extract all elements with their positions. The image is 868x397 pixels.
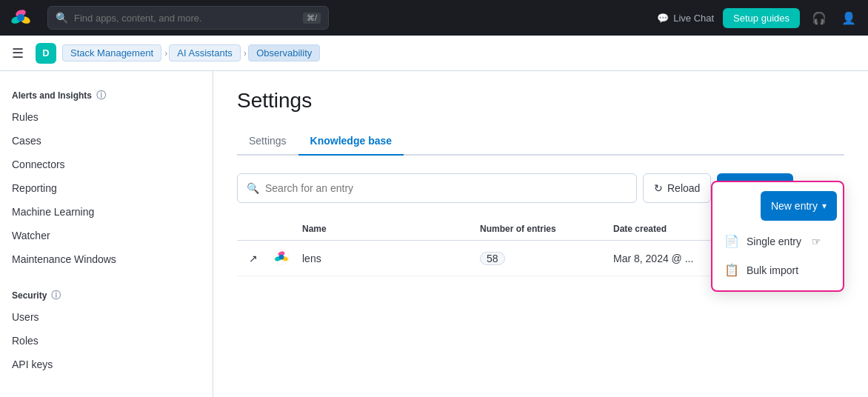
settings-tabs: Settings Knowledge base bbox=[237, 127, 844, 156]
sidebar-item-watcher[interactable]: Watcher bbox=[0, 224, 213, 247]
search-entry-input[interactable] bbox=[265, 182, 627, 194]
svg-point-4 bbox=[17, 14, 24, 21]
row-logo-cell bbox=[267, 248, 296, 268]
sidebar-item-connectors[interactable]: Connectors bbox=[0, 153, 213, 176]
sidebar-item-rules[interactable]: Rules bbox=[0, 105, 213, 129]
sidebar-item-roles[interactable]: Roles bbox=[0, 329, 213, 353]
setup-guides-button[interactable]: Setup guides bbox=[723, 8, 800, 28]
col-icon bbox=[267, 224, 296, 234]
col-entries[interactable]: Number of entries bbox=[474, 224, 607, 234]
hamburger-button[interactable]: ☰ bbox=[12, 45, 24, 61]
help-icon: 🎧 bbox=[812, 12, 827, 24]
col-name[interactable]: Name bbox=[296, 224, 474, 234]
bulk-import-item[interactable]: 📋 Bulk import bbox=[712, 256, 843, 284]
page-title: Settings bbox=[237, 89, 844, 113]
entry-count-badge: 58 bbox=[480, 252, 505, 265]
section-help-icon[interactable]: ⓘ bbox=[96, 89, 106, 102]
single-entry-item[interactable]: 📄 Single entry ☞ bbox=[712, 227, 843, 256]
main-content: Settings Settings Knowledge base 🔍 ↻ Rel… bbox=[213, 71, 868, 397]
tab-knowledge-base[interactable]: Knowledge base bbox=[298, 127, 404, 156]
search-entry-icon: 🔍 bbox=[247, 182, 259, 194]
user-menu-button[interactable]: 👤 bbox=[838, 8, 859, 28]
reload-icon: ↻ bbox=[654, 182, 663, 194]
row-expand-cell[interactable]: ↗ bbox=[237, 253, 267, 264]
single-entry-doc-icon: 📄 bbox=[724, 234, 739, 248]
search-shortcut: ⌘/ bbox=[303, 13, 321, 24]
breadcrumb-stack-management[interactable]: Stack Management bbox=[62, 44, 161, 61]
sidebar-item-users[interactable]: Users bbox=[0, 305, 213, 329]
bulk-import-doc-icon: 📋 bbox=[724, 263, 739, 277]
user-icon: 👤 bbox=[841, 12, 856, 24]
breadcrumb-bar: ☰ D Stack Management › AI Assistants › O… bbox=[0, 36, 868, 71]
live-chat-button[interactable]: 💬 Live Chat bbox=[657, 13, 714, 24]
row-name-cell: lens bbox=[296, 253, 474, 264]
global-search-bar[interactable]: 🔍 ⌘/ bbox=[47, 6, 329, 30]
cursor-icon: ☞ bbox=[812, 236, 821, 247]
sidebar: Alerts and Insights ⓘ Rules Cases Connec… bbox=[0, 71, 213, 397]
sidebar-item-api-keys[interactable]: API keys bbox=[0, 353, 213, 376]
breadcrumb: Stack Management › AI Assistants › Obser… bbox=[62, 44, 321, 61]
main-layout: Alerts and Insights ⓘ Rules Cases Connec… bbox=[0, 71, 868, 397]
chevron-up-icon: ▾ bbox=[822, 201, 827, 211]
sidebar-item-cases[interactable]: Cases bbox=[0, 129, 213, 153]
search-icon: 🔍 bbox=[56, 12, 68, 24]
help-icon-button[interactable]: 🎧 bbox=[809, 8, 829, 28]
new-entry-dropdown-button[interactable]: New entry ▾ bbox=[761, 191, 837, 221]
breadcrumb-ai-assistants[interactable]: AI Assistants bbox=[169, 44, 240, 61]
dropdown-header: New entry ▾ bbox=[712, 188, 843, 227]
nav-right: 💬 Live Chat Setup guides 🎧 👤 bbox=[657, 8, 859, 28]
expand-icon[interactable]: ↗ bbox=[243, 253, 264, 264]
breadcrumb-separator-2: › bbox=[244, 47, 247, 59]
tab-settings[interactable]: Settings bbox=[237, 127, 298, 156]
sidebar-item-machine-learning[interactable]: Machine Learning bbox=[0, 200, 213, 224]
new-entry-dropdown: New entry ▾ 📄 Single entry ☞ 📋 Bulk impo… bbox=[711, 181, 844, 292]
search-entry-wrap[interactable]: 🔍 bbox=[237, 173, 637, 203]
reload-button[interactable]: ↻ Reload bbox=[643, 173, 711, 203]
security-section-help-icon[interactable]: ⓘ bbox=[51, 289, 61, 302]
col-expand bbox=[237, 224, 267, 234]
global-search-input[interactable] bbox=[74, 13, 297, 24]
sidebar-item-maintenance-windows[interactable]: Maintenance Windows bbox=[0, 247, 213, 271]
sidebar-item-reporting[interactable]: Reporting bbox=[0, 176, 213, 200]
elastic-logo[interactable] bbox=[9, 6, 33, 30]
sidebar-section-alerts: Alerts and Insights ⓘ bbox=[0, 83, 213, 105]
svg-point-9 bbox=[279, 255, 284, 260]
sidebar-section-security: Security ⓘ bbox=[0, 283, 213, 305]
user-avatar[interactable]: D bbox=[36, 43, 56, 64]
chat-icon: 💬 bbox=[657, 13, 669, 24]
breadcrumb-observability[interactable]: Observability bbox=[248, 44, 320, 61]
top-navigation: 🔍 ⌘/ 💬 Live Chat Setup guides 🎧 👤 bbox=[0, 0, 868, 36]
breadcrumb-separator-1: › bbox=[164, 47, 167, 59]
row-entries-cell: 58 bbox=[474, 252, 607, 265]
